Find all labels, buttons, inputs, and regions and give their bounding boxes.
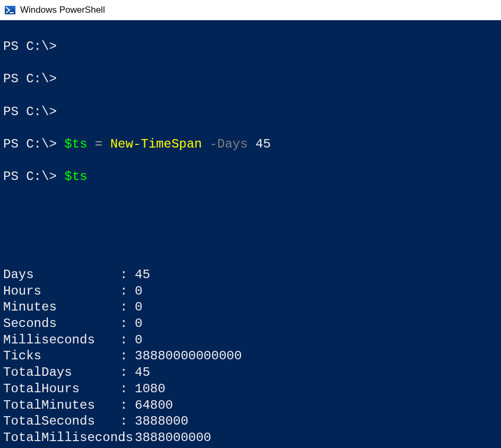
output-row: Milliseconds: 0 [3,332,498,349]
output-row: TotalMilliseconds: 3888000000 [3,430,498,446]
output-separator: : [120,332,135,349]
output-value: 0 [135,316,142,332]
output-row: Ticks: 38880000000000 [3,348,498,365]
terminal-body[interactable]: PS C:\> PS C:\> PS C:\> PS C:\> $ts = Ne… [0,20,501,448]
output-value: 1080 [135,381,166,398]
window-title: Windows PowerShell [20,5,105,15]
title-bar: Windows PowerShell [0,0,501,20]
output-row: Days: 45 [3,267,498,283]
output-separator: : [120,348,135,365]
number-token: 45 [248,137,271,151]
prompt-line: PS C:\> [3,104,498,120]
output-row: TotalSeconds: 3888000 [3,413,498,430]
blank-line [3,202,498,218]
prompt: PS C:\> [3,137,57,151]
output-separator: : [120,413,135,430]
output-value: 3888000000 [135,430,211,446]
output-key: Hours [3,283,120,300]
prompt: PS C:\> [3,72,57,86]
blank-line [3,234,498,251]
prompt-line: PS C:\> [3,71,498,88]
param-token: -Days [202,137,248,151]
command-line-assign: PS C:\> $ts = New-TimeSpan -Days 45 [3,136,498,153]
output-key: TotalSeconds [3,413,120,430]
prompt: PS C:\> [3,105,57,119]
output-key: Minutes [3,299,120,316]
output-separator: : [120,430,135,446]
equals-token: = [87,137,110,151]
output-value: 64800 [135,398,173,414]
command-line-echo: PS C:\> $ts [3,169,498,185]
prompt: PS C:\> [3,39,57,54]
output-separator: : [120,381,135,398]
output-key: Ticks [3,348,120,365]
prompt-line: PS C:\> [3,39,498,55]
output-separator: : [120,299,135,316]
cmdlet-token: New-TimeSpan [110,137,202,151]
output-key: TotalDays [3,365,120,381]
output-key: TotalMilliseconds [3,430,120,446]
output-block: Days: 45Hours: 0Minutes: 0Seconds: 0Mill… [3,267,498,446]
variable-token: $ts [64,137,87,151]
output-key: TotalHours [3,381,120,398]
output-key: Milliseconds [3,332,120,349]
output-value: 0 [135,299,142,316]
prompt: PS C:\> [3,169,57,184]
output-row: TotalDays: 45 [3,365,498,381]
powershell-icon [4,4,16,16]
output-value: 45 [135,365,150,381]
output-value: 0 [135,283,142,300]
output-value: 45 [135,267,150,283]
output-row: Seconds: 0 [3,316,498,332]
output-value: 38880000000000 [135,348,242,365]
output-separator: : [120,283,135,300]
output-key: TotalMinutes [3,398,120,414]
variable-token: $ts [64,169,87,184]
output-row: Minutes: 0 [3,299,498,316]
output-separator: : [120,316,135,332]
output-key: Seconds [3,316,120,332]
output-value: 3888000 [135,413,188,430]
output-separator: : [120,267,135,283]
output-value: 0 [135,332,142,349]
output-row: TotalMinutes: 64800 [3,398,498,414]
output-separator: : [120,365,135,381]
output-row: Hours: 0 [3,283,498,300]
output-row: TotalHours: 1080 [3,381,498,398]
output-separator: : [120,398,135,414]
output-key: Days [3,267,120,283]
